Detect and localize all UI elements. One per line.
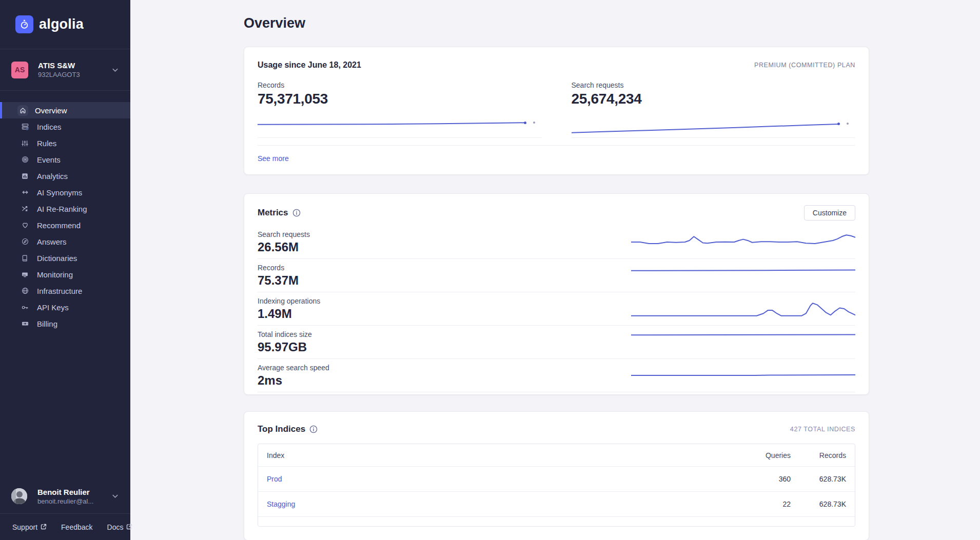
sidebar-item-indices[interactable]: Indices [0, 118, 130, 135]
app-switcher[interactable]: AS ATIS S&W 932LAAGOT3 [0, 49, 130, 91]
index-link-stagging[interactable]: Stagging [267, 500, 295, 508]
sidebar-item-analytics[interactable]: Analytics [0, 168, 130, 184]
left-right-arrow-icon [19, 187, 30, 198]
brand-name: algolia [39, 16, 84, 32]
monitor-icon [19, 269, 30, 280]
chevron-down-icon [111, 492, 119, 500]
usage-stat-search-requests: Search requests 25,674,234 [572, 81, 856, 138]
usage-card-title: Usage since June 18, 2021 [258, 61, 361, 70]
key-icon [19, 302, 30, 313]
home-icon [17, 105, 28, 116]
sidebar-item-rules[interactable]: Rules [0, 135, 130, 151]
metrics-card-title: Metrics [258, 208, 288, 218]
app-avatar: AS [11, 62, 28, 78]
user-name: Benoit Reulier [37, 487, 111, 497]
heart-icon [19, 220, 30, 231]
index-column-header: Index [267, 451, 724, 459]
search-requests-trend-sparkline [631, 230, 855, 254]
indices-table: Index Queries Records Prod 360 628.73K S… [258, 444, 855, 527]
indices-icon [19, 122, 30, 132]
algolia-stopwatch-icon [15, 15, 33, 33]
table-row-partial [258, 517, 855, 526]
top-indices-card: Top Indices 427 TOTAL INDICES Index Quer… [244, 411, 869, 540]
sidebar-item-overview[interactable]: Overview [0, 102, 130, 118]
search-requests-sparkline [572, 111, 856, 138]
main-area: Overview Usage since June 18, 2021 PREMI… [130, 0, 980, 540]
records-column-header: Records [791, 451, 846, 459]
sidebar-item-recommend[interactable]: Recommend [0, 217, 130, 233]
usage-stat-records: Records 75,371,053 [258, 81, 542, 138]
info-icon[interactable] [309, 425, 318, 433]
app-id: 932LAAGOT3 [38, 70, 111, 79]
book-icon [19, 253, 30, 264]
metric-row-records: Records 75.37M [258, 259, 855, 292]
compass-icon [19, 236, 30, 247]
sidebar: algolia AS ATIS S&W 932LAAGOT3 Overview … [0, 0, 130, 540]
sidebar-footer: Support Feedback Docs [0, 513, 130, 540]
queries-value: 22 [724, 500, 791, 508]
sidebar-item-billing[interactable]: Billing [0, 315, 130, 332]
index-link-prod[interactable]: Prod [267, 475, 282, 483]
records-value: 628.73K [791, 500, 846, 508]
user-menu[interactable]: Benoit Reulier benoit.reulier@al... [0, 479, 130, 513]
average-search-speed-trend-sparkline [631, 364, 855, 387]
sidebar-item-ai-synonyms[interactable]: AI Synonyms [0, 184, 130, 201]
top-indices-card-title: Top Indices [258, 424, 305, 434]
sidebar-nav: Overview Indices Rules Events Analytics [0, 91, 130, 332]
sidebar-item-dictionaries[interactable]: Dictionaries [0, 250, 130, 266]
records-value: 628.73K [791, 475, 846, 483]
total-indices-size-trend-sparkline [631, 330, 855, 354]
metric-row-indexing-operations: Indexing operations 1.49M [258, 292, 855, 326]
sidebar-item-infrastructure[interactable]: Infrastructure [0, 283, 130, 299]
table-row: Prod 360 628.73K [258, 467, 855, 492]
metric-row-average-search-speed: Average search speed 2ms [258, 359, 855, 392]
page-title: Overview [244, 15, 869, 31]
queries-column-header: Queries [724, 451, 791, 459]
customize-button[interactable]: Customize [804, 205, 855, 221]
indexing-operations-trend-sparkline [631, 297, 855, 321]
user-email: benoit.reulier@al... [37, 497, 111, 506]
brand-logo[interactable]: algolia [0, 0, 130, 49]
shuffle-icon [19, 204, 30, 214]
sliders-icon [19, 138, 30, 149]
table-header-row: Index Queries Records [258, 444, 855, 467]
sidebar-item-ai-re-ranking[interactable]: AI Re-Ranking [0, 201, 130, 217]
sidebar-item-events[interactable]: Events [0, 151, 130, 168]
total-indices-count: 427 TOTAL INDICES [790, 426, 855, 433]
sidebar-item-monitoring[interactable]: Monitoring [0, 266, 130, 283]
globe-icon [19, 286, 30, 296]
bar-chart-icon [19, 171, 30, 182]
usage-card: Usage since June 18, 2021 PREMIUM (COMMI… [244, 47, 869, 175]
target-icon [19, 154, 30, 165]
user-avatar [11, 488, 27, 504]
sidebar-item-answers[interactable]: Answers [0, 233, 130, 250]
external-link-icon [41, 523, 47, 531]
chevron-down-icon [111, 66, 119, 74]
see-more-link[interactable]: See more [258, 154, 289, 163]
metric-row-search-requests: Search requests 26.56M [258, 226, 855, 259]
app-name: ATIS S&W [38, 61, 111, 70]
support-link[interactable]: Support [12, 523, 47, 531]
metric-row-total-indices-size: Total indices size 95.97GB [258, 326, 855, 359]
banknote-icon [19, 318, 30, 329]
docs-link[interactable]: Docs [107, 523, 133, 531]
plan-badge: PREMIUM (COMMITTED) PLAN [754, 62, 855, 69]
records-sparkline [258, 111, 542, 138]
sidebar-item-api-keys[interactable]: API Keys [0, 299, 130, 315]
metrics-card: Metrics Customize Search requests 26.56M [244, 193, 869, 395]
table-row: Stagging 22 628.73K [258, 492, 855, 517]
info-icon[interactable] [292, 209, 301, 217]
queries-value: 360 [724, 475, 791, 483]
feedback-link[interactable]: Feedback [61, 523, 92, 531]
records-trend-sparkline [631, 264, 855, 287]
